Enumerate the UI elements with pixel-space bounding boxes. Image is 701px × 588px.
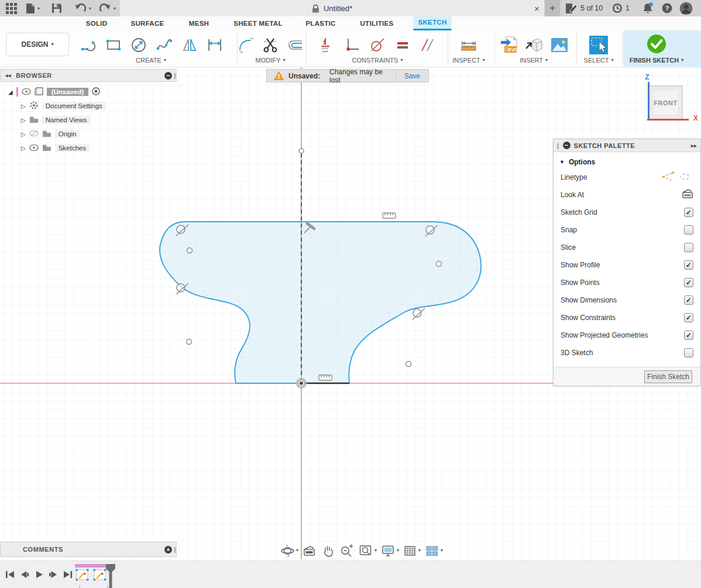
mirror-tool-icon[interactable] bbox=[178, 33, 201, 57]
tab-sketch[interactable]: SKETCH bbox=[413, 16, 451, 30]
finish-sketch-icon[interactable] bbox=[645, 32, 668, 56]
browser-item-origin[interactable]: ▷ Origin bbox=[21, 129, 80, 139]
file-menu-icon[interactable] bbox=[26, 3, 35, 14]
activate-radio-icon[interactable] bbox=[92, 87, 100, 97]
browser-minimize-icon[interactable]: − bbox=[164, 72, 172, 80]
item-label[interactable]: Document Settings bbox=[42, 102, 106, 110]
new-tab-icon[interactable]: + bbox=[545, 0, 560, 16]
timeline-sketch-feature[interactable] bbox=[75, 568, 90, 585]
spline-tool-icon[interactable] bbox=[153, 33, 176, 57]
viewports-icon[interactable] bbox=[425, 545, 439, 557]
zoom-fit-icon[interactable] bbox=[359, 544, 373, 557]
snap-checkbox[interactable] bbox=[684, 225, 693, 235]
palette-collapse-icon[interactable]: ▸▸ bbox=[691, 143, 697, 149]
palette-drag-handle[interactable]: | bbox=[557, 142, 559, 149]
timeline-step-back-button[interactable] bbox=[18, 568, 31, 581]
tangent-constraint-icon[interactable] bbox=[366, 33, 389, 57]
display-settings-icon[interactable] bbox=[382, 545, 395, 557]
timeline-step-forward-button[interactable] bbox=[47, 568, 60, 581]
root-document-label[interactable]: (Unsaved) bbox=[47, 88, 89, 96]
3d-sketch-checkbox[interactable] bbox=[684, 348, 693, 357]
show-profile-checkbox[interactable]: ✓ bbox=[684, 260, 693, 270]
zoom-icon[interactable] bbox=[340, 544, 353, 557]
timeline-play-button[interactable] bbox=[33, 568, 46, 581]
add-comment-icon[interactable]: + bbox=[164, 546, 172, 553]
browser-item-document-settings[interactable]: ▷ Document Settings bbox=[21, 101, 106, 111]
browser-header[interactable]: ◂◂ BROWSER − | bbox=[0, 69, 177, 82]
viewports-caret[interactable]: ▾ bbox=[441, 548, 443, 553]
tab-mesh[interactable]: MESH bbox=[184, 16, 214, 30]
sketch-grid-checkbox[interactable]: ✓ bbox=[684, 208, 693, 217]
parallel-constraint-icon[interactable] bbox=[416, 33, 439, 57]
insert-svg-icon[interactable]: SVG bbox=[497, 33, 521, 57]
close-tab-icon[interactable]: × bbox=[530, 0, 544, 16]
constraints-section-label[interactable]: CONSTRAINTS▾ bbox=[352, 57, 403, 64]
redo-caret[interactable]: ▾ bbox=[114, 6, 116, 11]
browser-collapse-icon[interactable]: ◂◂ bbox=[5, 73, 11, 78]
tab-sheet-metal[interactable]: SHEET METAL bbox=[229, 16, 287, 30]
notifications-bell-icon[interactable] bbox=[642, 2, 654, 14]
orbit-icon[interactable] bbox=[281, 544, 294, 558]
measure-icon[interactable] bbox=[457, 33, 480, 57]
browser-item-sketches[interactable]: ▷ Sketches bbox=[21, 143, 90, 153]
file-menu-caret[interactable]: ▾ bbox=[37, 6, 40, 11]
display-settings-caret[interactable]: ▾ bbox=[397, 548, 399, 553]
line-tool-icon[interactable] bbox=[77, 33, 101, 57]
save-icon[interactable] bbox=[51, 3, 62, 13]
help-icon[interactable]: ? bbox=[662, 3, 672, 13]
grid-settings-caret[interactable]: ▾ bbox=[418, 548, 421, 553]
fixed-constraint-icon[interactable] bbox=[316, 33, 339, 57]
insert-image-icon[interactable] bbox=[548, 33, 571, 57]
show-dimensions-checkbox[interactable]: ✓ bbox=[684, 295, 693, 305]
comments-bar[interactable]: COMMENTS + | bbox=[0, 542, 177, 557]
job-status-clock-icon[interactable] bbox=[612, 3, 623, 13]
expand-icon[interactable]: ▷ bbox=[21, 145, 26, 152]
timeline-go-to-start-button[interactable] bbox=[4, 568, 16, 581]
avatar[interactable] bbox=[679, 1, 693, 16]
grid-settings-icon[interactable] bbox=[404, 545, 417, 557]
select-section-label[interactable]: SELECT▾ bbox=[584, 57, 614, 64]
look-at-icon[interactable] bbox=[303, 545, 316, 556]
show-projected-geometries-checkbox[interactable]: ✓ bbox=[684, 331, 693, 340]
rectangle-tool-icon[interactable] bbox=[102, 33, 125, 57]
centerline-linetype-icon[interactable] bbox=[681, 171, 693, 184]
look-at-icon[interactable] bbox=[682, 189, 693, 201]
palette-minimize-icon[interactable]: − bbox=[563, 142, 571, 149]
sketch-palette-header[interactable]: | − SKETCH PALETTE ▸▸ bbox=[554, 139, 700, 152]
show-constraints-checkbox[interactable]: ✓ bbox=[684, 313, 693, 322]
insert-mesh-icon[interactable] bbox=[522, 33, 545, 57]
trim-tool-icon[interactable] bbox=[259, 33, 282, 57]
finish-sketch-button[interactable]: Finish Sketch bbox=[644, 370, 692, 383]
save-link[interactable]: Save bbox=[396, 70, 428, 82]
browser-item-named-views[interactable]: ▷ Named Views bbox=[21, 115, 90, 125]
workspace-selector[interactable]: DESIGN ▾ bbox=[6, 33, 69, 56]
redo-icon[interactable] bbox=[99, 4, 111, 13]
pan-icon[interactable] bbox=[322, 544, 334, 557]
expand-icon[interactable]: ▷ bbox=[21, 117, 26, 123]
orbit-caret[interactable]: ▾ bbox=[296, 548, 298, 553]
active-documents-icon[interactable] bbox=[565, 3, 577, 14]
undo-caret[interactable]: ▾ bbox=[89, 6, 91, 11]
item-label[interactable]: Sketches bbox=[55, 144, 90, 152]
expand-icon[interactable]: ◢ bbox=[8, 89, 13, 95]
create-section-label[interactable]: CREATE▾ bbox=[136, 57, 166, 64]
select-tool-icon[interactable] bbox=[587, 33, 610, 57]
modify-section-label[interactable]: MODIFY▾ bbox=[256, 57, 286, 64]
show-points-checkbox[interactable]: ✓ bbox=[684, 278, 693, 287]
visibility-eye-icon[interactable] bbox=[29, 145, 39, 152]
visibility-off-eye-icon[interactable] bbox=[29, 130, 39, 138]
coincident-constraint-icon[interactable] bbox=[341, 33, 364, 57]
timeline-playhead-marker[interactable] bbox=[105, 563, 116, 588]
browser-root-row[interactable]: ◢ (Unsaved) bbox=[8, 87, 100, 97]
document-tab[interactable]: Untitled* bbox=[120, 0, 544, 16]
timeline-go-to-end-button[interactable] bbox=[61, 568, 74, 581]
item-label[interactable]: Named Views bbox=[42, 116, 91, 124]
circle-tool-icon[interactable] bbox=[127, 33, 150, 57]
undo-icon[interactable] bbox=[74, 4, 86, 13]
tab-plastic[interactable]: PLASTIC bbox=[301, 16, 340, 30]
construction-linetype-icon[interactable] bbox=[662, 171, 675, 184]
zoom-fit-caret[interactable]: ▾ bbox=[374, 548, 377, 553]
insert-section-label[interactable]: INSERT▾ bbox=[520, 57, 548, 64]
tab-utilities[interactable]: UTILITIES bbox=[355, 16, 398, 30]
item-label[interactable]: Origin bbox=[55, 130, 80, 138]
